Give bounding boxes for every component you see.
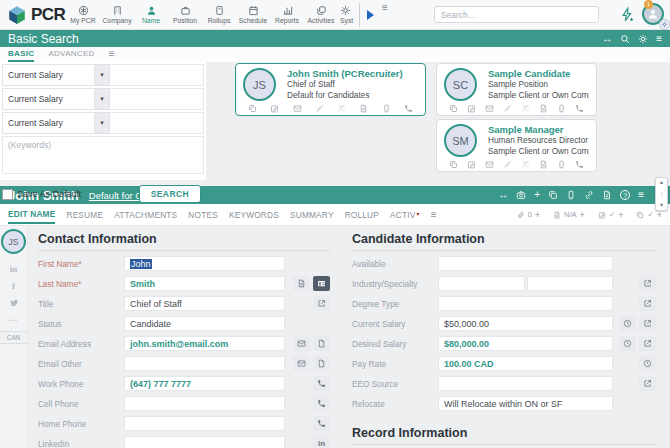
external-link-icon[interactable] (639, 276, 656, 291)
menu-icon[interactable]: ≡ (656, 34, 662, 44)
record-card-john-smith[interactable]: JS John Smith (PCRecruiter) Chief of Sta… (235, 63, 426, 116)
linkedin-icon[interactable]: in (10, 260, 18, 277)
edit-icon[interactable] (467, 160, 476, 169)
tab-resume[interactable]: RESUME (66, 206, 103, 223)
doc-icon[interactable] (313, 356, 330, 371)
available-field[interactable] (438, 256, 613, 271)
more-icon[interactable]: ⋯ (9, 311, 19, 328)
edit-icon[interactable] (270, 104, 279, 113)
pencil-icon[interactable] (503, 104, 512, 113)
home-phone-field[interactable] (124, 416, 285, 431)
last-name-field[interactable]: Smith (124, 276, 285, 291)
nav-activities[interactable]: Activities (304, 0, 338, 29)
next-record-icon[interactable]: ▼ (659, 203, 664, 209)
keywords-textarea[interactable] (2, 136, 204, 174)
tab-edit-name[interactable]: EDIT NAME (8, 205, 55, 224)
degree-type-field[interactable] (438, 296, 613, 311)
card-name[interactable]: John Smith (PCRecruiter) (287, 68, 418, 79)
nav-company[interactable]: Company (100, 0, 134, 29)
card-name[interactable]: Sample Manager (488, 124, 589, 135)
activities-icon[interactable] (248, 104, 257, 113)
add-icon[interactable]: + (657, 210, 662, 220)
notes-icon[interactable] (359, 104, 368, 113)
history-clock-icon[interactable] (619, 316, 636, 331)
desired-salary-field[interactable]: $80,000.00 (438, 336, 613, 351)
phone-icon[interactable] (313, 396, 330, 411)
record-card-sample-manager[interactable]: SM Sample Manager Human Resources Direct… (436, 119, 597, 172)
snapshot-icon[interactable] (516, 190, 526, 200)
tab-rollup[interactable]: ROLLUP (345, 206, 379, 223)
pencil-icon[interactable] (503, 160, 512, 169)
filter-field-select[interactable]: Current Salary▾ (2, 88, 110, 110)
external-link-icon[interactable] (639, 336, 656, 351)
work-phone-field[interactable]: (647) 777 7777 (124, 376, 285, 391)
pcr-logo[interactable]: PCR (6, 4, 66, 26)
play-icon[interactable] (367, 10, 374, 20)
eeo-source-field[interactable] (438, 376, 613, 391)
tab-basic[interactable]: BASIC (8, 49, 34, 62)
email-icon[interactable] (485, 160, 494, 169)
current-salary-field[interactable]: $50,000.00 (438, 316, 613, 331)
gear-icon[interactable] (638, 34, 648, 44)
nav-rollups[interactable]: Rollups (202, 0, 236, 29)
add-icon[interactable]: + (618, 210, 623, 220)
phone-icon[interactable] (575, 104, 584, 113)
filter-field-select[interactable]: Current Salary▾ (2, 64, 110, 86)
mobile-icon[interactable] (382, 104, 391, 113)
email-icon[interactable] (293, 104, 302, 113)
doc-icon[interactable] (313, 336, 330, 351)
avatar-gear-icon[interactable] (659, 19, 670, 30)
tab-advanced[interactable]: ADVANCED (48, 49, 94, 60)
status-field[interactable]: Candidate (124, 316, 285, 331)
filter-value-input[interactable] (110, 112, 204, 134)
tab-attachments[interactable]: ATTACHMENTS (114, 206, 177, 223)
pipeline-icon[interactable] (521, 160, 530, 169)
first-name-field[interactable]: John (124, 256, 285, 271)
filter-value-input[interactable] (110, 88, 204, 110)
nav-reports[interactable]: Reports (270, 0, 304, 29)
notes-icon[interactable] (539, 104, 548, 113)
duplicate-icon[interactable] (548, 190, 558, 200)
email-other-field[interactable] (124, 356, 285, 371)
tab-options-icon[interactable]: ≡ (431, 210, 437, 220)
tab-activities[interactable]: ACTIV▾ (390, 206, 420, 223)
email-field[interactable]: john.smith@email.com (124, 336, 285, 351)
add-icon[interactable]: + (534, 190, 540, 200)
search-icon[interactable] (620, 34, 630, 44)
record-avatar[interactable]: JS (1, 229, 26, 254)
tab-options-icon[interactable]: ≡ (109, 49, 115, 58)
tab-keywords[interactable]: KEYWORDS (229, 206, 279, 223)
industry-field[interactable] (438, 276, 525, 291)
resume-doc-icon[interactable] (293, 276, 310, 291)
pay-rate-field[interactable]: 100.00 CAD (438, 356, 613, 371)
email-icon[interactable] (293, 356, 310, 371)
title-field[interactable]: Chief of Staff (124, 296, 285, 311)
history-clock-icon[interactable] (619, 336, 636, 351)
nav-my-pcr[interactable]: My PCR (66, 0, 100, 29)
edit-counter[interactable]: ✓+ (598, 210, 624, 220)
drag-handle-icon[interactable]: ⋮ (659, 191, 665, 197)
edit-icon[interactable] (467, 104, 476, 113)
filter-field-select[interactable]: Current Salary▾ (2, 112, 110, 134)
external-link-icon[interactable] (639, 296, 656, 311)
topbar-menu-icon[interactable]: ≡ (382, 0, 388, 13)
rollup-counter[interactable]: ✓+ (636, 210, 662, 220)
tab-notes[interactable]: NOTES (188, 206, 218, 223)
mobile-icon[interactable] (566, 190, 576, 200)
notes-counter[interactable]: N/A+ (553, 210, 585, 220)
filter-value-input[interactable] (110, 64, 204, 86)
external-link-icon[interactable] (639, 376, 656, 391)
activities-icon[interactable] (449, 104, 458, 113)
expand-icon[interactable]: ↔ (602, 34, 612, 44)
email-icon[interactable] (485, 104, 494, 113)
previous-record-icon[interactable]: ▲ (659, 180, 664, 186)
facebook-icon[interactable]: f (12, 277, 15, 294)
nav-position[interactable]: Position (168, 0, 202, 29)
activities-icon[interactable] (449, 160, 458, 169)
external-link-icon[interactable] (313, 296, 330, 311)
contact-card-icon[interactable] (313, 276, 330, 291)
quick-actions-icon[interactable] (620, 7, 635, 22)
attachments-counter[interactable]: 0+ (517, 210, 540, 220)
linkedin-icon[interactable]: in (313, 436, 330, 448)
phone-icon[interactable] (404, 104, 413, 113)
